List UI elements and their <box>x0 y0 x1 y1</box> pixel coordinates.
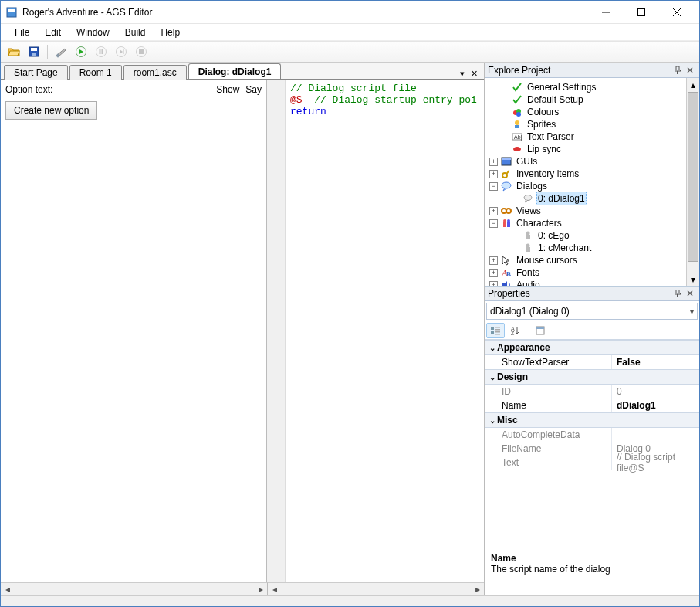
window-title: Roger's Adventure - AGS Editor <box>22 7 588 18</box>
svg-rect-8 <box>32 53 36 56</box>
pin-icon[interactable] <box>671 287 684 300</box>
tree-fonts: +ABFonts <box>486 266 685 279</box>
svg-point-20 <box>516 112 521 117</box>
tab-room1-asc[interactable]: room1.asc <box>123 65 187 80</box>
create-option-button[interactable]: Create new option <box>5 101 97 120</box>
prop-autocomplete: AutoCompleteData <box>485 428 699 442</box>
status-bar <box>1 595 699 606</box>
property-pages-button[interactable] <box>531 323 550 338</box>
svg-text:Z: Z <box>511 331 515 336</box>
svg-rect-15 <box>123 49 124 54</box>
open-button[interactable] <box>5 43 22 60</box>
tab-room1[interactable]: Room 1 <box>69 65 122 80</box>
tree-dialogs: −Dialogs <box>486 180 685 192</box>
category-misc: ⌄Misc <box>485 412 699 428</box>
tab-dialog[interactable]: Dialog: dDialog1 <box>188 63 282 79</box>
tree-inventory: +Inventory items <box>486 168 685 180</box>
tree-views: +Views <box>486 205 685 217</box>
properties-toolbar: AZ <box>485 321 699 340</box>
categorized-button[interactable] <box>486 323 505 338</box>
window-close-button[interactable] <box>659 2 695 23</box>
build-button[interactable] <box>52 43 69 60</box>
tree-dialog0: 0: dDialog1 <box>486 192 685 205</box>
svg-rect-37 <box>507 222 510 227</box>
svg-point-30 <box>502 182 511 188</box>
explorer-header[interactable]: Explore Project ✕ <box>485 63 699 78</box>
tree-char1: 1: cMerchant <box>486 242 685 254</box>
dialog-editor: Option text: Show Say Create new option … <box>1 80 484 582</box>
category-appearance: ⌄Appearance <box>485 340 699 355</box>
app-icon <box>5 6 18 19</box>
editor-area: Start Page Room 1 room1.asc Dialog: dDia… <box>1 63 485 595</box>
tree-lipsync: Lip sync <box>486 143 685 155</box>
side-panels: Explore Project ✕ General Settings Defau… <box>485 63 699 595</box>
main-area: Start Page Room 1 room1.asc Dialog: dDia… <box>1 63 699 595</box>
properties-grid[interactable]: ⌄Appearance ShowTextParserFalse ⌄Design … <box>485 340 699 548</box>
svg-rect-50 <box>495 327 500 328</box>
window-maximize-button[interactable] <box>624 2 659 23</box>
svg-rect-17 <box>139 49 144 54</box>
tree-characters: −Characters <box>486 217 685 229</box>
property-description: Name The script name of the dialog <box>485 548 699 595</box>
svg-rect-49 <box>491 331 494 334</box>
dialog-options-panel: Option text: Show Say Create new option <box>1 80 267 582</box>
script-pane[interactable]: // Dialog script file @S // Dialog start… <box>267 80 484 582</box>
script-hscrollbar[interactable]: ◂▸ <box>267 582 484 595</box>
svg-point-34 <box>503 219 506 222</box>
stop-button[interactable] <box>133 43 150 60</box>
toolbar <box>1 41 699 63</box>
prop-id: ID0 <box>485 385 699 398</box>
panel-close-icon[interactable]: ✕ <box>684 287 696 300</box>
menu-bar: File Edit Window Build Help <box>1 24 699 41</box>
project-tree[interactable]: General Settings Default Setup Colours S… <box>485 78 686 286</box>
menu-build[interactable]: Build <box>117 25 154 39</box>
tab-list-button[interactable]: ▾ <box>458 69 466 79</box>
window-titlebar: Roger's Adventure - AGS Editor <box>1 1 699 24</box>
svg-rect-0 <box>7 8 16 17</box>
script-text[interactable]: // Dialog script file @S // Dialog start… <box>286 80 484 582</box>
menu-window[interactable]: Window <box>69 25 117 39</box>
tab-close-button[interactable]: ✕ <box>469 69 479 79</box>
step-button[interactable] <box>113 43 130 60</box>
pin-icon[interactable] <box>671 64 684 76</box>
pause-button[interactable] <box>93 43 110 60</box>
svg-point-38 <box>526 232 530 236</box>
prop-name: NamedDialog1 <box>485 398 699 412</box>
menu-help[interactable]: Help <box>153 25 188 39</box>
options-hscrollbar[interactable]: ◂▸ <box>1 582 267 595</box>
panel-close-icon[interactable]: ✕ <box>684 64 696 76</box>
properties-object-selector[interactable]: dDialog1 (Dialog 0) ▾ <box>486 303 698 320</box>
svg-rect-3 <box>638 8 645 15</box>
tree-guis: +GUIs <box>486 155 685 168</box>
chevron-down-icon: ▾ <box>690 307 694 316</box>
svg-point-40 <box>526 244 530 248</box>
save-button[interactable] <box>25 43 42 60</box>
menu-file[interactable]: File <box>7 25 37 39</box>
svg-rect-13 <box>102 49 103 54</box>
menu-edit[interactable]: Edit <box>37 25 69 39</box>
svg-rect-57 <box>536 327 544 329</box>
svg-point-31 <box>524 195 532 201</box>
tree-colours: Colours <box>486 106 685 118</box>
svg-rect-39 <box>526 235 530 239</box>
category-design: ⌄Design <box>485 369 699 385</box>
svg-rect-52 <box>495 331 500 333</box>
alphabetical-button[interactable]: AZ <box>506 323 525 338</box>
svg-rect-7 <box>31 48 37 51</box>
prop-text: Text// Dialog script file@S <box>485 456 699 470</box>
svg-rect-41 <box>526 247 530 252</box>
svg-text:B: B <box>506 270 511 278</box>
svg-point-21 <box>515 120 519 125</box>
explorer-vscrollbar[interactable]: ▴ ▾ <box>686 78 699 286</box>
script-gutter <box>267 80 286 582</box>
tree-sprites: Sprites <box>486 118 685 131</box>
option-text-label: Option text: <box>5 84 210 95</box>
svg-rect-29 <box>506 170 509 175</box>
svg-rect-27 <box>502 158 511 160</box>
properties-header[interactable]: Properties ✕ <box>485 286 699 301</box>
run-button[interactable] <box>73 43 90 60</box>
svg-rect-35 <box>503 222 506 227</box>
svg-rect-51 <box>495 329 500 331</box>
window-minimize-button[interactable] <box>588 2 624 23</box>
tab-start-page[interactable]: Start Page <box>4 65 68 80</box>
